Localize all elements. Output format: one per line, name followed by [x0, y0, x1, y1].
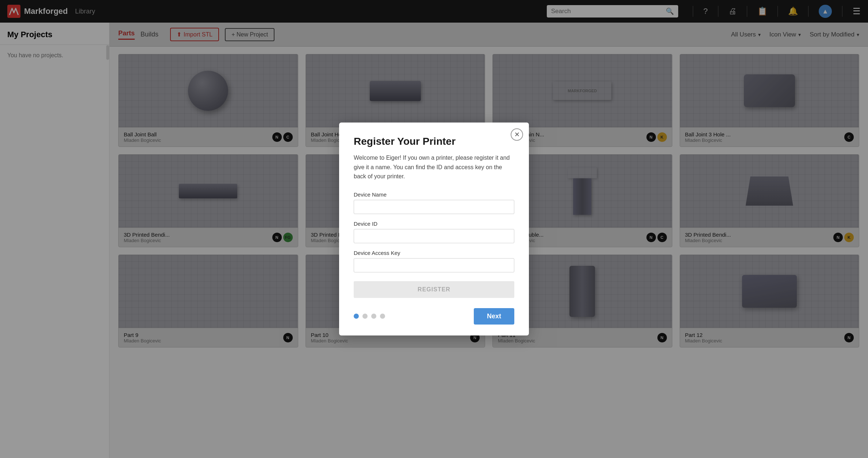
step-indicator	[354, 314, 385, 319]
device-name-group: Device Name	[354, 191, 514, 214]
register-button[interactable]: REGISTER	[354, 281, 514, 298]
modal-footer: Next	[354, 308, 514, 325]
step-dot-1	[354, 314, 359, 319]
device-access-key-input[interactable]	[354, 258, 514, 272]
modal-close-button[interactable]: ✕	[511, 128, 523, 141]
modal-title: Register Your Printer	[354, 136, 514, 147]
step-dot-2	[362, 314, 368, 319]
step-dot-4	[380, 314, 385, 319]
step-dot-3	[371, 314, 376, 319]
close-icon: ✕	[514, 131, 520, 139]
device-access-key-label: Device Access Key	[354, 250, 514, 256]
device-access-key-group: Device Access Key	[354, 250, 514, 272]
device-name-label: Device Name	[354, 191, 514, 198]
device-id-input[interactable]	[354, 229, 514, 243]
modal-description: Welcome to Eiger! If you own a printer, …	[354, 153, 514, 181]
device-id-group: Device ID	[354, 221, 514, 243]
next-button[interactable]: Next	[474, 308, 514, 325]
device-id-label: Device ID	[354, 221, 514, 227]
device-name-input[interactable]	[354, 200, 514, 214]
register-printer-modal: ✕ Register Your Printer Welcome to Eiger…	[339, 123, 529, 335]
modal-overlay[interactable]: ✕ Register Your Printer Welcome to Eiger…	[0, 0, 868, 458]
